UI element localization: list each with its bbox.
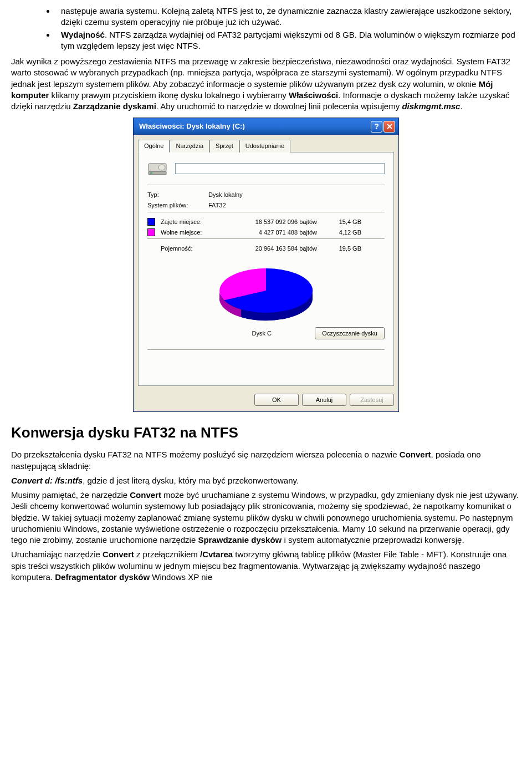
divider-4 <box>147 349 385 350</box>
divider-1 <box>147 185 385 185</box>
p3-bi: Convert d: /fs:ntfs <box>11 476 83 485</box>
spacer <box>147 355 385 378</box>
p5-s1: Uruchamiając narzędzie <box>11 550 103 559</box>
cancel-button[interactable]: Anuluj <box>302 394 346 406</box>
p4-s1: Musimy pamiętać, że narzędzie <box>11 490 130 500</box>
help-button[interactable]: ? <box>371 121 382 133</box>
p5-b1: Convert <box>103 550 134 559</box>
bullet-2-head: Wydajność <box>61 30 105 39</box>
pie-chart <box>211 263 321 324</box>
paragraph-2: Do przekształcenia dysku FAT32 na NTFS m… <box>11 449 521 472</box>
fs-value: FAT32 <box>208 201 226 210</box>
row-used: Zajęte miejsce: 16 537 092 096 bajtów 15… <box>147 218 385 226</box>
p2-s1: Do przekształcenia dysku FAT32 na NTFS m… <box>11 450 400 459</box>
titlebar: Właściwości: Dysk lokalny (C:) ? <box>134 118 398 135</box>
tab-sharing[interactable]: Udostępnianie <box>239 140 290 152</box>
titlebar-buttons: ? <box>371 121 395 133</box>
p2-b1: Convert <box>400 450 431 459</box>
row-capacity: Pojemność: 20 964 163 584 bajtów 19,5 GB <box>161 245 385 253</box>
close-button[interactable] <box>383 121 395 133</box>
p5-s4: Windows XP nie <box>150 572 212 582</box>
tab-hardware[interactable]: Sprzęt <box>209 140 239 152</box>
bullet-list: następuje awaria systemu. Kolejną zaletą… <box>11 6 521 52</box>
fs-label: System plików: <box>147 201 208 210</box>
bullet-item-1: następuje awaria systemu. Kolejną zaletą… <box>55 6 521 28</box>
paragraph-1: Jak wynika z powyższego zestawienia NTFS… <box>11 56 521 112</box>
p1-s4: . Aby uruchomić to narzędzie w dowolnej … <box>156 101 402 111</box>
drive-name-input[interactable] <box>175 163 385 174</box>
p4-b2: Sprawdzanie dysków <box>198 535 282 545</box>
row-fs: System plików: FAT32 <box>147 201 385 210</box>
paragraph-3: Convert d: /fs:ntfs, gdzie d jest literą… <box>11 475 521 486</box>
p5-s2: z przełącznikiem <box>134 550 200 559</box>
divider-3 <box>147 238 385 239</box>
p1-s5: . <box>460 101 462 111</box>
cap-gb: 19,5 GB <box>317 245 361 253</box>
p4-b1: Convert <box>130 490 161 500</box>
used-label: Zajęte miejsce: <box>161 218 219 226</box>
p1-s1: Jak wynika z powyższego zestawienia NTFS… <box>11 57 510 89</box>
dialog-title: Właściwości: Dysk lokalny (C:) <box>139 121 245 131</box>
tab-panel-general: Typ: Dysk lokalny System plików: FAT32 Z… <box>138 152 394 386</box>
paragraph-5: Uruchamiając narzędzie Convert z przełąc… <box>11 549 521 583</box>
type-label: Typ: <box>147 191 208 199</box>
bullet-item-2: Wydajność. NTFS zarządza wydajniej od FA… <box>55 29 521 52</box>
divider-2 <box>147 212 385 212</box>
p3-rest: , gdzie d jest literą dysku, który ma by… <box>83 476 299 485</box>
heading-konwersja: Konwersja dysku FAT32 na NTFS <box>11 423 521 442</box>
dialog-container: Właściwości: Dysk lokalny (C:) ? Ogólne … <box>11 118 521 412</box>
pie-footer-row: Dysk C Oczyszczanie dysku <box>147 327 385 339</box>
free-label: Wolne miejsce: <box>161 228 219 237</box>
free-bytes: 4 427 071 488 bajtów <box>219 228 317 237</box>
used-bytes: 16 537 092 096 bajtów <box>219 218 317 226</box>
dialog-buttons: OK Anuluj Zastosuj <box>134 390 398 411</box>
type-value: Dysk lokalny <box>208 191 243 199</box>
apply-button[interactable]: Zastosuj <box>350 394 394 406</box>
paragraph-4: Musimy pamiętać, że narzędzie Convert mo… <box>11 490 521 546</box>
row-free: Wolne miejsce: 4 427 071 488 bajtów 4,12… <box>147 228 385 237</box>
tab-tools[interactable]: Narzędzia <box>170 140 209 152</box>
bullet-1-text: następuje awaria systemu. Kolejną zaletą… <box>61 6 511 27</box>
p1-b2: Właściwości <box>289 90 338 100</box>
free-gb: 4,12 GB <box>317 228 361 237</box>
ok-button[interactable]: OK <box>254 394 299 406</box>
tab-general[interactable]: Ogólne <box>138 140 170 152</box>
free-color-swatch <box>147 228 155 236</box>
pie-chart-wrap <box>147 263 385 324</box>
p4-s3: i system automatycznie przeprowadzi konw… <box>282 535 464 545</box>
used-color-swatch <box>147 218 155 226</box>
bullet-2-text: . NTFS zarządza wydajniej od FAT32 party… <box>61 30 515 50</box>
p5-b2: /Cvtarea <box>200 550 233 559</box>
cap-label: Pojemność: <box>161 245 219 253</box>
close-icon <box>387 124 392 129</box>
drive-header-row <box>147 160 385 177</box>
properties-dialog: Właściwości: Dysk lokalny (C:) ? Ogólne … <box>133 118 399 412</box>
row-type: Typ: Dysk lokalny <box>147 191 385 199</box>
svg-rect-2 <box>150 172 152 174</box>
p1-s2: klikamy prawym przyciskiem ikonę dysku l… <box>49 90 289 100</box>
p1-b3: Zarządzanie dyskami <box>73 101 156 111</box>
p1-bi: diskmgmt.msc <box>402 101 460 111</box>
pie-label: Dysk C <box>147 329 315 338</box>
cap-bytes: 20 964 163 584 bajtów <box>219 245 317 253</box>
used-gb: 15,4 GB <box>317 218 361 226</box>
drive-icon <box>147 160 167 177</box>
disk-cleanup-button[interactable]: Oczyszczanie dysku <box>315 327 385 339</box>
p5-b3: Defragmentator dysków <box>55 572 150 582</box>
tab-strip: Ogólne Narzędzia Sprzęt Udostępnianie <box>134 135 398 152</box>
svg-point-3 <box>158 165 165 170</box>
